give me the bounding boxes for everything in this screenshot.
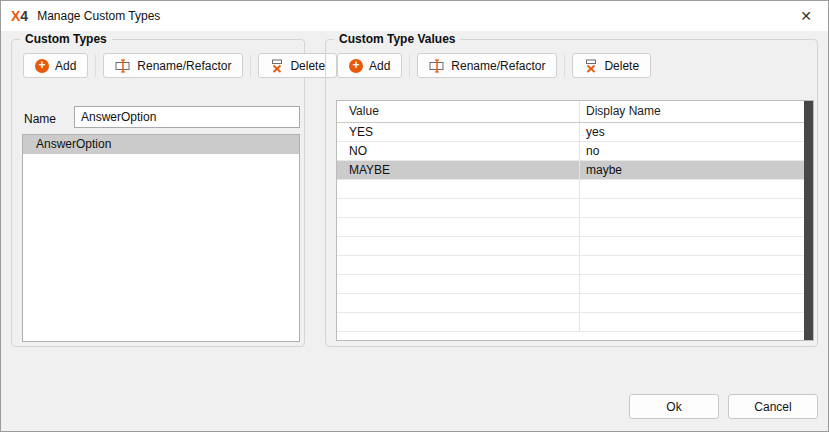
toolbar-separator bbox=[95, 55, 96, 77]
cell-value bbox=[337, 180, 580, 198]
toolbar-separator bbox=[564, 55, 565, 77]
cell-value bbox=[337, 275, 580, 293]
cell-value: YES bbox=[337, 123, 580, 141]
cell-display-name bbox=[580, 199, 813, 217]
rename-icon bbox=[429, 59, 445, 73]
rename-value-label: Rename/Refactor bbox=[451, 59, 545, 73]
values-table-header: Value Display Name bbox=[337, 101, 813, 123]
custom-type-values-toolbar: + Add Rename/Refactor bbox=[337, 53, 651, 78]
cell-value bbox=[337, 199, 580, 217]
logo-x: X bbox=[11, 8, 20, 24]
plus-glyph: + bbox=[38, 59, 45, 71]
toolbar-separator bbox=[409, 55, 410, 77]
cell-display-name: maybe bbox=[580, 161, 813, 179]
cell-value bbox=[337, 237, 580, 255]
cancel-button-label: Cancel bbox=[754, 400, 791, 414]
ok-button-label: Ok bbox=[666, 400, 681, 414]
rename-value-button[interactable]: Rename/Refactor bbox=[417, 53, 557, 78]
cell-display-name bbox=[580, 218, 813, 236]
table-row-empty[interactable] bbox=[337, 199, 813, 218]
add-value-button[interactable]: + Add bbox=[337, 53, 402, 78]
delete-icon bbox=[584, 59, 598, 73]
delete-icon bbox=[270, 59, 284, 73]
delete-type-label: Delete bbox=[290, 59, 325, 73]
close-button[interactable]: ✕ bbox=[784, 1, 828, 31]
values-table-body: YESyesNOnoMAYBEmaybe bbox=[337, 123, 813, 340]
table-row[interactable]: YESyes bbox=[337, 123, 813, 142]
cell-display-name bbox=[580, 294, 813, 312]
column-header-display-name: Display Name bbox=[580, 101, 813, 122]
cell-value: MAYBE bbox=[337, 161, 580, 179]
logo-4: 4 bbox=[20, 8, 28, 24]
table-row-empty[interactable] bbox=[337, 180, 813, 199]
custom-type-values-group-label: Custom Type Values bbox=[334, 32, 460, 46]
cell-display-name bbox=[580, 256, 813, 274]
toolbar-separator bbox=[250, 55, 251, 77]
cell-value bbox=[337, 294, 580, 312]
add-value-label: Add bbox=[369, 59, 390, 73]
ok-button[interactable]: Ok bbox=[629, 394, 719, 419]
add-icon: + bbox=[35, 59, 49, 73]
title-bar: X4 Manage Custom Types ✕ bbox=[1, 1, 828, 31]
window-title: Manage Custom Types bbox=[37, 9, 160, 23]
list-item[interactable]: AnswerOption bbox=[23, 135, 299, 154]
values-table: Value Display Name YESyesNOnoMAYBEmaybe bbox=[336, 100, 814, 341]
cell-value bbox=[337, 256, 580, 274]
cancel-button[interactable]: Cancel bbox=[728, 394, 818, 419]
plus-glyph: + bbox=[352, 59, 359, 71]
cell-display-name: yes bbox=[580, 123, 813, 141]
app-logo: X4 bbox=[11, 8, 28, 24]
name-label: Name bbox=[24, 112, 56, 126]
table-row-empty[interactable] bbox=[337, 256, 813, 275]
add-type-label: Add bbox=[55, 59, 76, 73]
type-name-input[interactable] bbox=[74, 106, 300, 128]
add-type-button[interactable]: + Add bbox=[23, 53, 88, 78]
table-row[interactable]: MAYBEmaybe bbox=[337, 161, 813, 180]
column-header-value: Value bbox=[337, 101, 580, 122]
rename-type-button[interactable]: Rename/Refactor bbox=[103, 53, 243, 78]
cell-value bbox=[337, 218, 580, 236]
cell-value: NO bbox=[337, 142, 580, 160]
table-row-empty[interactable] bbox=[337, 218, 813, 237]
cell-display-name bbox=[580, 275, 813, 293]
manage-custom-types-dialog: X4 Manage Custom Types ✕ Custom Types + … bbox=[0, 0, 829, 432]
custom-type-values-group: Custom Type Values + Add Rename/Refactor bbox=[325, 39, 818, 347]
delete-value-button[interactable]: Delete bbox=[572, 53, 651, 78]
cell-display-name bbox=[580, 313, 813, 331]
custom-types-group: Custom Types + Add Rename/Refactor bbox=[11, 39, 305, 347]
table-row-empty[interactable] bbox=[337, 294, 813, 313]
cell-display-name bbox=[580, 180, 813, 198]
rename-type-label: Rename/Refactor bbox=[137, 59, 231, 73]
rename-icon bbox=[115, 59, 131, 73]
table-row-empty[interactable] bbox=[337, 313, 813, 332]
cell-display-name bbox=[580, 237, 813, 255]
custom-types-group-label: Custom Types bbox=[20, 32, 112, 46]
table-row-empty[interactable] bbox=[337, 275, 813, 294]
table-row-empty[interactable] bbox=[337, 237, 813, 256]
vertical-scrollbar[interactable] bbox=[804, 101, 813, 340]
table-row[interactable]: NOno bbox=[337, 142, 813, 161]
custom-types-list[interactable]: AnswerOption bbox=[22, 134, 300, 342]
add-icon: + bbox=[349, 59, 363, 73]
delete-value-label: Delete bbox=[604, 59, 639, 73]
close-icon: ✕ bbox=[800, 8, 812, 24]
cell-display-name: no bbox=[580, 142, 813, 160]
cell-value bbox=[337, 313, 580, 331]
custom-types-toolbar: + Add Rename/Refactor bbox=[23, 53, 337, 78]
